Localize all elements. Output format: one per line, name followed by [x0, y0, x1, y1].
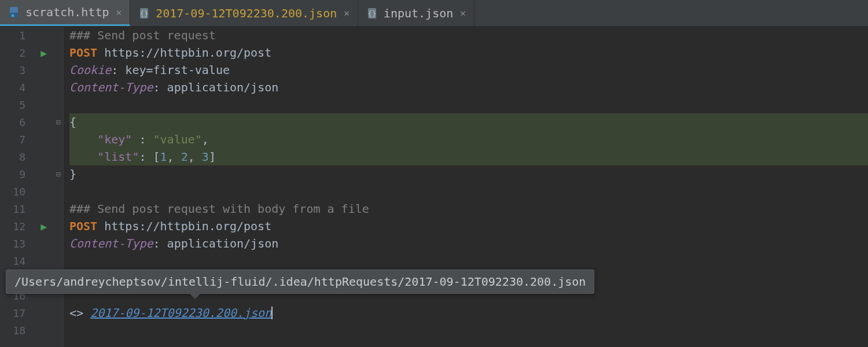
code-area[interactable]: ### Send post request POST https://httpb…	[64, 27, 868, 347]
fold-icon[interactable]: ⊟	[56, 169, 61, 179]
gutter-line[interactable]: 3	[0, 61, 63, 79]
close-icon[interactable]: ✕	[344, 8, 350, 19]
code-line[interactable]: }	[69, 165, 868, 183]
tab-bar: scratch.http ✕ {} 2017-09-12T092230.200.…	[0, 0, 868, 27]
code-line[interactable]: Content-Type: application/json	[69, 235, 868, 252]
response-file-link[interactable]: 2017-09-12T092230.200.json	[90, 306, 271, 320]
json-file-icon: {}	[366, 7, 379, 20]
code-line[interactable]: POST https://httpbin.org/post	[69, 217, 868, 235]
code-line[interactable]	[69, 183, 868, 200]
run-icon[interactable]: ▶	[41, 220, 47, 232]
gutter: 1 2▶ 3 4 5 6⊟ 7 8 9⊟ 10 11 12▶ 13 14 15 …	[0, 27, 64, 347]
code-line[interactable]	[69, 252, 868, 270]
http-file-icon	[8, 6, 21, 19]
fold-icon[interactable]: ⊟	[56, 117, 61, 127]
code-line[interactable]: {	[69, 113, 868, 131]
close-icon[interactable]: ✕	[116, 7, 122, 18]
path-tooltip: /Users/andreycheptsov/intellij-fluid/.id…	[6, 270, 594, 294]
json-file-icon: {}	[138, 7, 151, 20]
gutter-line[interactable]: 2▶	[0, 44, 63, 61]
close-icon[interactable]: ✕	[460, 8, 466, 19]
gutter-line[interactable]: 12▶	[0, 217, 63, 235]
gutter-line[interactable]: 7	[0, 131, 63, 148]
gutter-line[interactable]: 1	[0, 27, 63, 44]
tab-input-json[interactable]: {} input.json ✕	[358, 0, 475, 26]
tab-label: 2017-09-12T092230.200.json	[156, 6, 337, 20]
tab-scratch-http[interactable]: scratch.http ✕	[0, 0, 130, 26]
tab-label: input.json	[384, 6, 453, 20]
code-line[interactable]: ### Send post request	[69, 27, 868, 44]
text-caret	[271, 307, 273, 319]
gutter-line[interactable]: 8	[0, 148, 63, 165]
code-line[interactable]: Cookie: key=first-value	[69, 61, 868, 79]
gutter-line[interactable]: 13	[0, 235, 63, 252]
gutter-line[interactable]: 9⊟	[0, 165, 63, 183]
gutter-line[interactable]: 14	[0, 252, 63, 270]
code-line[interactable]: Content-Type: application/json	[69, 79, 868, 96]
svg-text:{}: {}	[368, 10, 376, 18]
gutter-line[interactable]: 11	[0, 200, 63, 217]
svg-point-2	[12, 14, 14, 17]
gutter-line[interactable]: 5	[0, 96, 63, 113]
code-line[interactable]: ### Send post request with body from a f…	[69, 200, 868, 217]
gutter-line[interactable]: 6⊟	[0, 113, 63, 131]
gutter-line[interactable]: 17	[0, 304, 63, 322]
run-icon[interactable]: ▶	[41, 47, 47, 59]
code-line[interactable]: POST https://httpbin.org/post	[69, 44, 868, 61]
gutter-line[interactable]: 18	[0, 322, 63, 339]
tab-label: scratch.http	[25, 5, 109, 19]
gutter-line[interactable]: 4	[0, 79, 63, 96]
tab-json-response[interactable]: {} 2017-09-12T092230.200.json ✕	[130, 0, 358, 26]
gutter-line[interactable]: 10	[0, 183, 63, 200]
editor: 1 2▶ 3 4 5 6⊟ 7 8 9⊟ 10 11 12▶ 13 14 15 …	[0, 27, 868, 347]
code-line[interactable]: "list": [1, 2, 3]	[69, 148, 868, 165]
code-line[interactable]: "key" : "value",	[69, 131, 868, 148]
svg-text:{}: {}	[140, 10, 148, 18]
tooltip-text: /Users/andreycheptsov/intellij-fluid/.id…	[14, 275, 586, 289]
code-line[interactable]	[69, 322, 868, 339]
code-line[interactable]: <> 2017-09-12T092230.200.json	[69, 304, 868, 322]
code-line[interactable]	[69, 96, 868, 113]
